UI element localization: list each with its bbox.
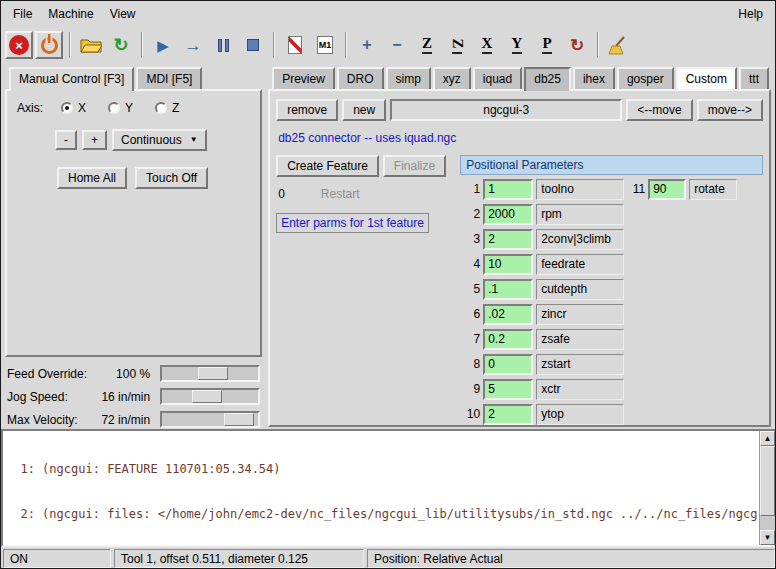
param-number: 11 — [627, 182, 645, 196]
param-value-input[interactable] — [483, 329, 533, 350]
toolbar-separator — [141, 32, 143, 58]
tab-gosper[interactable]: gosper — [617, 67, 674, 89]
param-value-input[interactable] — [483, 354, 533, 375]
skip-lines-button[interactable] — [281, 31, 309, 59]
param-value-input[interactable] — [483, 229, 533, 250]
slider-handle[interactable] — [224, 413, 254, 426]
move-left-button[interactable]: <--move — [626, 99, 692, 121]
param-row: 10 ytop — [460, 403, 763, 425]
param-value-input[interactable] — [483, 279, 533, 300]
radio-icon — [155, 102, 167, 114]
toolbar-separator — [273, 32, 275, 58]
tab-iquad[interactable]: iquad — [473, 67, 522, 89]
stop-button[interactable] — [239, 31, 267, 59]
jog-mode-dropdown[interactable]: Continuous ▼ — [112, 129, 207, 151]
jog-minus-button[interactable]: - — [55, 130, 77, 150]
param-row: 8 zstart — [460, 353, 763, 375]
tab-simp[interactable]: simp — [386, 67, 431, 89]
tabname-input[interactable] — [390, 99, 622, 121]
tab-dro[interactable]: DRO — [337, 67, 384, 89]
jog-speed-slider[interactable] — [160, 388, 260, 405]
feature-buttons-row: Create Feature Finalize — [276, 155, 456, 177]
menu-view[interactable]: View — [102, 3, 144, 25]
step-button[interactable]: → — [179, 31, 207, 59]
open-file-button[interactable] — [77, 31, 105, 59]
z-view-button[interactable]: Z — [413, 31, 441, 59]
param-name-field: zstart — [536, 354, 624, 375]
max-velocity-slider[interactable] — [160, 411, 260, 428]
param-number: 2 — [460, 207, 480, 221]
tab-preview[interactable]: Preview — [272, 67, 335, 89]
tab-ttt[interactable]: ttt — [739, 67, 769, 89]
reload-button[interactable]: ↻ — [107, 31, 135, 59]
restart-button[interactable]: Restart — [295, 185, 386, 203]
max-velocity-label: Max Velocity: — [5, 413, 78, 427]
console-scrollbar[interactable]: ▲ ▼ — [759, 431, 775, 545]
position-status: Position: Relative Actual — [367, 549, 775, 568]
touch-off-button[interactable]: Touch Off — [135, 167, 208, 189]
perspective-view-button[interactable]: P — [533, 31, 561, 59]
clear-plot-button[interactable] — [605, 31, 633, 59]
console-text: 1: (ngcgui: FEATURE 110701:05.34.54) 2: … — [6, 432, 758, 544]
rotate-mode-button[interactable]: ↻ — [563, 31, 591, 59]
menu-help[interactable]: Help — [730, 3, 771, 25]
console-line: 1: (ngcgui: FEATURE 110701:05.34.54) — [6, 462, 758, 477]
axis-radio-z[interactable]: Z — [155, 101, 179, 115]
feed-override-slider[interactable] — [160, 365, 260, 382]
tab-custom[interactable]: Custom — [676, 67, 737, 89]
param-value-input[interactable] — [483, 304, 533, 325]
axis-radio-y[interactable]: Y — [108, 101, 133, 115]
slider-handle[interactable] — [192, 390, 222, 403]
jog-plus-button[interactable]: + — [82, 130, 107, 150]
x-view-button[interactable]: X — [473, 31, 501, 59]
tab-db25[interactable]: db25 — [524, 67, 571, 91]
zoom-in-button[interactable]: + — [353, 31, 381, 59]
remove-tab-button[interactable]: remove — [276, 99, 338, 121]
tab-ihex[interactable]: ihex — [573, 67, 615, 89]
menu-file[interactable]: File — [5, 3, 40, 25]
param-value-input[interactable] — [483, 254, 533, 275]
zoom-out-button[interactable]: − — [383, 31, 411, 59]
optional-stop-icon: M1 — [317, 36, 334, 54]
param-value-input[interactable] — [483, 379, 533, 400]
home-all-button[interactable]: Home All — [57, 167, 127, 189]
max-velocity-value: 72 in/min — [101, 413, 160, 427]
z-rotated-view-icon: Z — [452, 36, 462, 54]
axis-label: Axis: — [17, 101, 43, 115]
toolbar-separator — [597, 32, 599, 58]
pause-button[interactable] — [209, 31, 237, 59]
param-value-input[interactable] — [483, 179, 533, 200]
param-value-input[interactable] — [483, 204, 533, 225]
param-row: 2 rpm — [460, 203, 763, 225]
optional-stop-button[interactable]: M1 — [311, 31, 339, 59]
run-button[interactable]: ▶ — [149, 31, 177, 59]
scrollbar-thumb[interactable] — [760, 446, 775, 516]
x-view-icon: X — [482, 36, 493, 54]
menu-machine[interactable]: Machine — [40, 3, 101, 25]
param-name-field: rotate — [689, 179, 737, 200]
axis-radio-x[interactable]: X — [61, 101, 86, 115]
feed-override-row: Feed Override: 100 % — [5, 363, 262, 384]
param-number: 1 — [460, 182, 480, 196]
create-feature-button[interactable]: Create Feature — [276, 155, 379, 177]
finalize-button[interactable]: Finalize — [383, 155, 446, 177]
machine-power-button[interactable] — [35, 31, 63, 59]
z-view-icon: Z — [422, 36, 432, 54]
scroll-down-icon[interactable]: ▼ — [760, 530, 775, 545]
restart-row: 0 Restart — [276, 185, 456, 203]
step-icon: → — [185, 37, 202, 54]
tab-xyz[interactable]: xyz — [433, 67, 471, 89]
z-rotated-view-button[interactable]: Z — [443, 31, 471, 59]
radio-selected-icon — [61, 102, 73, 114]
slider-handle[interactable] — [198, 367, 228, 380]
estop-button[interactable]: × — [5, 31, 33, 59]
tab-manual-control[interactable]: Manual Control [F3] — [9, 67, 134, 91]
param-value-input[interactable] — [648, 179, 686, 200]
move-right-button[interactable]: move--> — [697, 99, 763, 121]
param-value-input[interactable] — [483, 404, 533, 425]
y-view-button[interactable]: Y — [503, 31, 531, 59]
new-tab-button[interactable]: new — [342, 99, 386, 121]
perspective-view-icon: P — [542, 36, 551, 54]
scroll-up-icon[interactable]: ▲ — [760, 431, 775, 446]
tab-mdi[interactable]: MDI [F5] — [136, 67, 202, 89]
